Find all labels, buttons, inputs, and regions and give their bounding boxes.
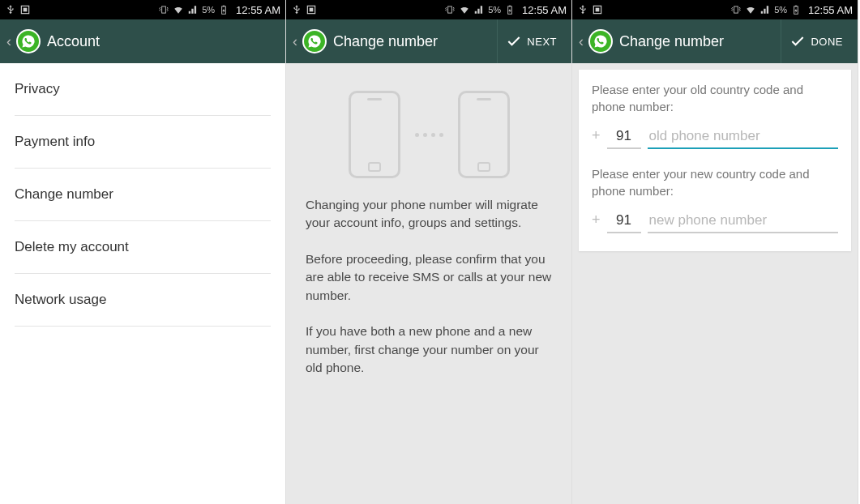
status-time: 12:55 AM [522,4,567,16]
done-button[interactable]: DONE [781,19,851,63]
info-content: Changing your phone number will migrate … [286,63,571,413]
page-title: Account [47,33,279,50]
battery-percent: 5% [774,5,787,15]
screen-change-number-form: 5% 12:55 AM ‹ Change number DONE Please … [572,0,858,504]
info-paragraph-2: Before proceeding, please confirm that y… [306,250,552,305]
usb-icon [5,4,16,15]
info-paragraph-3: If you have both a new phone and a new n… [306,322,552,377]
back-icon[interactable]: ‹ [293,33,301,50]
whatsapp-logo-icon[interactable] [588,29,613,53]
plus-icon: + [592,211,601,233]
form-card: Please enter your old country code and p… [579,70,851,251]
back-icon[interactable]: ‹ [6,33,15,50]
battery-icon [218,4,229,15]
screenshot-icon [592,4,603,15]
whatsapp-logo-icon[interactable] [16,29,41,53]
back-icon[interactable]: ‹ [579,33,587,50]
screenshot-icon [306,4,317,15]
status-time: 12:55 AM [236,4,280,16]
svg-rect-6 [310,8,314,12]
signal-icon [473,4,485,15]
next-label: NEXT [527,36,557,48]
svg-rect-4 [223,6,225,6]
action-bar: ‹ Account [0,19,285,63]
action-bar: ‹ Change number NEXT [286,19,571,63]
new-phone-number-input[interactable] [648,209,838,233]
status-bar: 5% 12:55 AM [286,0,571,19]
prompt-old: Please enter your old country code and p… [592,81,838,115]
wifi-icon [459,4,470,15]
check-icon [506,33,522,49]
status-time: 12:55 AM [808,4,853,16]
new-country-code-input[interactable] [607,209,641,233]
screen-change-number-info: 5% 12:55 AM ‹ Change number NEXT Changin… [286,0,572,504]
signal-icon [187,4,199,15]
list-item-change-number[interactable]: Change number [15,169,271,221]
info-paragraph-1: Changing your phone number will migrate … [306,196,552,233]
wifi-icon [745,4,756,15]
old-number-row: + [592,125,838,149]
svg-rect-14 [795,6,797,6]
usb-icon [291,4,302,15]
screenshot-icon [19,4,31,15]
status-bar: 5% 12:55 AM [572,0,858,19]
old-phone-number-input[interactable] [648,125,838,149]
vibrate-icon [444,4,456,15]
done-label: DONE [811,36,843,48]
action-bar: ‹ Change number DONE [572,19,858,63]
whatsapp-logo-icon[interactable] [302,29,327,53]
phones-illustration-icon [306,81,552,196]
battery-icon [504,4,516,15]
check-icon [789,33,806,49]
screen-account: 5% 12:55 AM ‹ Account Privacy Payment in… [0,0,286,504]
wifi-icon [173,4,184,15]
list-item-delete-account[interactable]: Delete my account [15,221,271,274]
svg-rect-1 [24,8,28,12]
battery-percent: 5% [202,5,215,15]
page-title: Change number [333,33,497,50]
list-item-network-usage[interactable]: Network usage [15,274,271,327]
usb-icon [577,4,588,15]
old-country-code-input[interactable] [607,125,641,149]
battery-percent: 5% [488,5,501,15]
vibrate-icon [158,4,169,15]
svg-rect-7 [448,6,452,13]
plus-icon: + [592,127,601,149]
signal-icon [759,4,771,15]
status-bar: 5% 12:55 AM [0,0,285,19]
vibrate-icon [730,4,742,15]
battery-icon [790,4,802,15]
new-number-row: + [592,209,838,233]
list-item-payment-info[interactable]: Payment info [15,116,271,169]
svg-rect-11 [596,8,600,12]
prompt-new: Please enter your new country code and p… [592,165,838,199]
settings-list: Privacy Payment info Change number Delet… [0,63,285,504]
svg-rect-2 [162,6,166,13]
svg-rect-9 [509,6,511,6]
page-title: Change number [619,33,781,50]
next-button[interactable]: NEXT [497,19,565,63]
list-item-privacy[interactable]: Privacy [15,63,271,116]
svg-rect-12 [734,6,738,13]
